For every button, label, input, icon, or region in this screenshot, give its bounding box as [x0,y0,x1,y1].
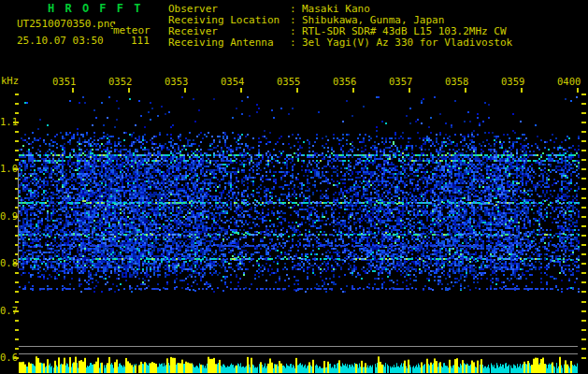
y-axis-tick-right [581,216,586,218]
echo-count: 111 [131,36,150,47]
y-axis-unit-label: kHz [1,75,19,86]
x-tick-label: 0359 [501,76,524,87]
x-axis-tick [409,88,410,93]
info-value: 3el Yagi(V) Az 330 for Vladivostok [302,36,512,49]
y-axis-tick-right [581,188,586,190]
y-axis-tick-right [581,225,586,227]
y-axis-tick-right [581,150,586,151]
y-axis-tick-right [581,281,586,283]
x-axis-tick [296,88,298,93]
y-axis-tick-right [581,94,586,95]
y-axis-tick-right [581,263,586,265]
x-axis-tick [577,88,579,93]
x-axis-tick [352,88,354,93]
x-axis-tick [72,88,74,93]
spectrogram-canvas [19,96,580,374]
info-label: Receiving Antenna [168,37,290,49]
y-axis-tick-right [581,112,586,114]
y-axis-tick-right [581,168,586,170]
y-axis-tick-left [15,94,19,95]
y-axis-tick-right [581,159,586,161]
y-axis-tick-right [581,178,586,180]
x-axis-tick [521,88,523,93]
y-axis-tick-right [581,235,586,237]
y-axis-tick-right [581,348,586,350]
y-axis-tick-right [581,310,586,312]
y-axis-tick-right [581,253,586,255]
y-axis-tick-right [581,140,586,142]
x-tick-label: 0358 [445,76,468,87]
y-axis-tick-right [581,272,586,274]
x-tick-label: 0352 [108,76,132,87]
x-tick-label: 0355 [277,76,300,87]
y-axis-tick-right [581,122,586,123]
y-axis-tick-right [581,357,586,359]
x-tick-label: 0357 [389,76,412,87]
x-tick-label: 0351 [52,76,76,87]
x-tick-label: 0354 [221,76,244,87]
x-axis-tick [240,88,242,93]
spectrogram-plot-area [19,96,580,374]
colon: : [290,37,302,49]
y-axis-tick-right [581,103,586,105]
y-axis-tick-right [581,301,586,303]
y-axis-tick-right [581,338,586,340]
y-axis-tick-right [581,329,586,331]
y-axis-tick-right [581,197,586,199]
y-axis-tick-right [581,207,586,209]
x-axis-tick [184,88,186,93]
info-row-antenna: Receiving Antenna:3el Yagi(V) Az 330 for… [168,37,512,49]
app-title: H R O F F T [48,2,142,15]
x-tick-label: 0400 [557,76,581,87]
output-filename: UT2510070350.png [17,19,116,30]
x-tick-label: 0353 [165,76,188,87]
y-axis-tick-right [581,320,586,322]
y-axis-tick-right [581,244,586,246]
hrofft-screen: H R O F F T UT2510070350.png meteor 25.1… [0,0,588,374]
datetime-label: 25.10.07 03:50 [17,36,104,47]
y-axis-tick-right [581,131,586,133]
y-axis-tick-right [581,291,586,293]
x-axis-tick [465,88,466,93]
x-tick-label: 0356 [333,76,356,87]
x-axis-tick [128,88,130,93]
